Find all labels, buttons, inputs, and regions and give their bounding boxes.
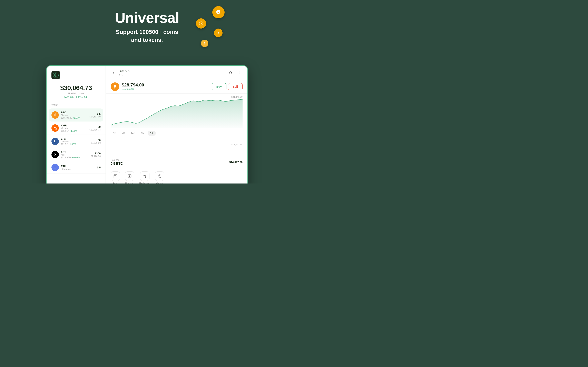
time-filter-1m[interactable]: 1M: [139, 131, 147, 136]
coin-icon-xrp: ✕: [52, 151, 59, 158]
price-change: ↗ +49.96%: [122, 88, 212, 91]
balance-amount: 0.5 BTC: [111, 162, 123, 166]
price-info: $28,794.00 ↗ +49.96%: [122, 82, 212, 91]
balance-usd: $14,397.00: [229, 161, 242, 164]
coin-balance: 69: [89, 125, 101, 128]
coin-amount: 50 $3,076.00: [91, 139, 101, 144]
coin-list-item[interactable]: ✕ XRP XRP $0.489696 +0.08% 2300 $1,126.3…: [47, 148, 105, 161]
coin-symbol: BTC: [61, 111, 89, 114]
receive-icon: [125, 171, 134, 181]
refresh-button[interactable]: [227, 69, 234, 76]
exchange-icon: [140, 171, 149, 181]
coin-list-item[interactable]: ₿ BTC Bitcoin $28,794.00 +1.87% 0.5 $14,…: [49, 108, 103, 122]
portfolio-change: $431.28 (+1.43%) 24h: [52, 96, 101, 99]
portfolio-section: $30,064.73 Portfolio value $431.28 (+1.4…: [47, 84, 105, 104]
coin-usd-value: $3,076.00: [91, 142, 101, 144]
coin-name: Ethereum: [61, 168, 97, 170]
coin-balance: 2300: [91, 152, 101, 155]
coin-info: XMR Monero $152.17 +1.21%: [61, 124, 89, 132]
svg-point-9: [239, 72, 240, 72]
coin-symbol: XMR: [61, 124, 89, 127]
time-filter-14d[interactable]: 14D: [129, 131, 138, 136]
coin-balance: 0.5: [97, 166, 101, 169]
back-button[interactable]: [111, 70, 116, 76]
coin-list-item[interactable]: Ł LTC Litecoin $61.52 +1.00% 50 $3,076.0…: [47, 135, 105, 148]
action-receive-button[interactable]: Receive: [125, 171, 134, 184]
wallet-label: Wallet: [47, 104, 105, 108]
coin-usd-value: $1,126.30: [91, 155, 101, 157]
coin-header-name: Bitcoin: [118, 69, 227, 73]
coin-price-line: $28,794.00 +1.87%: [61, 117, 89, 119]
coin-usd-value: $14,397.00: [89, 115, 101, 118]
action-label: Exchange: [139, 182, 150, 184]
portfolio-value: $30,064.73: [52, 84, 101, 92]
more-button[interactable]: [236, 69, 242, 76]
time-filter-7d[interactable]: 7D: [120, 131, 127, 136]
chart-price-low: $15,742.44: [231, 143, 242, 146]
coin-price-line: $61.52 +1.00%: [61, 143, 91, 145]
left-panel: $30,064.73 Portfolio value $431.28 (+1.4…: [47, 66, 106, 184]
hero-section: Universal Support 100500+ coins and toke…: [0, 0, 294, 44]
send-icon: [111, 171, 120, 181]
action-label: Receive: [125, 182, 134, 184]
coin-amount: 0.5: [97, 166, 101, 169]
portfolio-label: Portfolio value: [52, 92, 101, 95]
coin-symbol: ETH: [61, 165, 97, 168]
coin-name: Litecoin: [61, 140, 91, 143]
chart-area: $31,446.00 $15,742.44 1D7D14D1M1Y: [106, 94, 247, 156]
sell-button[interactable]: Sell: [228, 83, 242, 90]
time-filter-1y[interactable]: 1Y: [148, 131, 156, 136]
logo-area: [47, 71, 105, 84]
time-filter-1d[interactable]: 1D: [111, 131, 119, 136]
coin-symbol: XRP: [61, 150, 91, 154]
action-exchange-button[interactable]: Exchange: [139, 171, 150, 184]
action-send-button[interactable]: Send: [111, 171, 120, 184]
time-filters: 1D7D14D1M1Y: [111, 129, 242, 138]
coin-info: ETH Ethereum: [61, 165, 97, 170]
action-label: Send: [112, 182, 118, 184]
right-panel: Bitcoin BTC ₿ $: [106, 66, 247, 184]
coin-amount: 2300 $1,126.30: [91, 152, 101, 157]
coin-icon-eth: Ξ: [52, 164, 59, 171]
svg-point-10: [239, 73, 240, 73]
chart-price-high: $31,446.00: [231, 96, 242, 98]
coin-list-item[interactable]: Ξ ETH Ethereum 0.5: [47, 161, 105, 174]
coin-amount: 69 $10,499.73: [89, 125, 101, 131]
coin-name: Bitcoin: [61, 114, 89, 117]
hero-subtitle: Support 100500+ coins and tokens.: [0, 28, 294, 44]
app-logo: [52, 71, 60, 79]
balance-row: Balance 0.5 BTC $14,397.00: [106, 156, 247, 168]
coin-name: Monero: [61, 127, 89, 129]
coin-header-sym: BTC: [118, 73, 227, 76]
coin-balance: 50: [91, 139, 101, 142]
hero-title: Universal: [0, 10, 294, 26]
coin-list: ₿ BTC Bitcoin $28,794.00 +1.87% 0.5 $14,…: [47, 108, 105, 174]
coin-info: XRP XRP $0.489696 +0.08%: [61, 150, 91, 159]
price-chart: [111, 96, 242, 128]
coin-balance: 0.5: [89, 112, 101, 115]
buy-sell-buttons: Buy Sell: [212, 83, 242, 90]
coin-amount: 0.5 $14,397.00: [89, 112, 101, 118]
history-icon: [155, 171, 164, 181]
coin-name: XRP: [61, 154, 91, 156]
coin-symbol: LTC: [61, 137, 91, 140]
coin-header-info: Bitcoin BTC: [118, 69, 227, 76]
action-history-button[interactable]: History: [155, 171, 164, 184]
buy-button[interactable]: Buy: [212, 83, 226, 90]
svg-point-8: [55, 75, 56, 76]
price-section: ₿ $28,794.00 ↗ +49.96% Buy Sell: [106, 79, 247, 94]
current-price: $28,794.00: [122, 82, 212, 88]
coin-usd-value: $10,499.73: [89, 128, 101, 131]
coin-list-item[interactable]: ɱ XMR Monero $152.17 +1.21% 69 $10,499.7…: [47, 122, 105, 135]
header-actions: [227, 69, 242, 76]
coin-price-line: $152.17 +1.21%: [61, 130, 89, 132]
balance-info: Balance 0.5 BTC: [111, 159, 123, 166]
coin-info: LTC Litecoin $61.52 +1.00%: [61, 137, 91, 145]
svg-point-11: [239, 74, 240, 74]
app-mockup: $30,064.73 Portfolio value $431.28 (+1.4…: [46, 65, 248, 184]
balance-label: Balance: [111, 159, 123, 161]
action-label: History: [156, 182, 164, 184]
coin-icon-xmr: ɱ: [52, 124, 59, 132]
coin-info: BTC Bitcoin $28,794.00 +1.87%: [61, 111, 89, 119]
coin-price-line: $0.489696 +0.08%: [61, 156, 91, 159]
